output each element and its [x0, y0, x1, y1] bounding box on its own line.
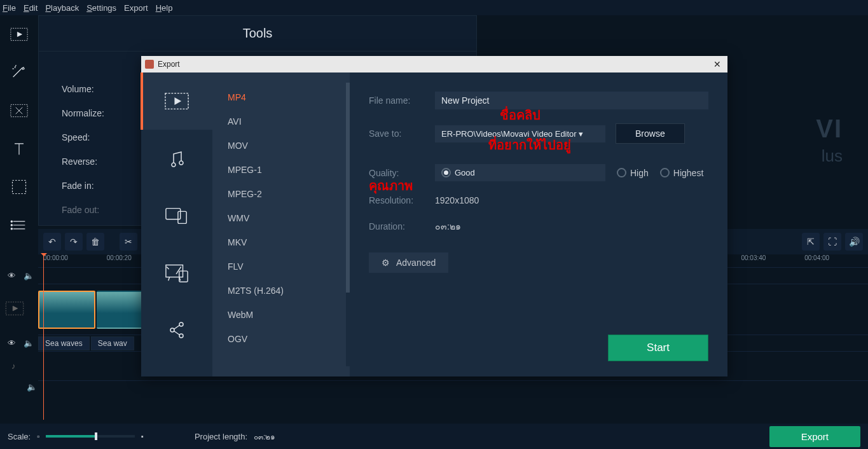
left-toolstrip — [0, 15, 38, 244]
menu-export[interactable]: Export — [124, 3, 148, 13]
menu-file[interactable]: FFileile — [3, 3, 16, 13]
svg-point-13 — [170, 328, 174, 332]
clip-1-label[interactable]: Sea waves — [38, 336, 90, 350]
category-video[interactable] — [141, 73, 212, 130]
volume-icon[interactable]: 🔊 — [845, 233, 863, 251]
speaker-icon[interactable]: 🔈 — [24, 271, 34, 280]
format-mpeg1[interactable]: MPEG-1 — [212, 158, 350, 182]
redo-button[interactable]: ↷ — [65, 233, 83, 251]
tool-media-icon[interactable] — [0, 15, 38, 53]
svg-point-12 — [179, 322, 183, 326]
delete-button[interactable]: 🗑 — [86, 233, 104, 251]
format-avi[interactable]: AVI — [212, 109, 350, 134]
duration-label: Duration: — [369, 221, 425, 231]
scale-label: Scale: — [8, 432, 31, 441]
svg-rect-2 — [13, 181, 26, 194]
duration-value: ๐๓:๒๑ — [435, 219, 461, 233]
popout-icon[interactable]: ⇱ — [802, 233, 820, 251]
fullscreen-icon[interactable]: ⛶ — [823, 233, 841, 251]
export-button[interactable]: Export — [769, 426, 860, 447]
eye-icon[interactable]: 👁 — [8, 271, 16, 280]
clip-2-label[interactable]: Sea wav — [91, 336, 134, 350]
quality-label: Quality: — [369, 168, 425, 178]
svg-point-14 — [179, 334, 183, 338]
format-list: MP4 AVI MOV MPEG-1 MPEG-2 WMV MKV FLV M2… — [212, 73, 350, 376]
quality-high-radio[interactable]: High — [617, 168, 649, 178]
undo-button[interactable]: ↶ — [43, 233, 61, 251]
preview-watermark-1: VI — [816, 114, 843, 143]
svg-rect-9 — [178, 211, 186, 223]
start-button[interactable]: Start — [608, 335, 708, 361]
saveto-label: Save to: — [369, 128, 425, 139]
close-icon[interactable]: ✕ — [711, 59, 724, 69]
dialog-title: Export — [158, 60, 180, 69]
zoom-out-icon[interactable]: ▫ — [37, 432, 39, 440]
speaker-icon[interactable]: 🔈 — [3, 382, 38, 392]
svg-point-4 — [11, 224, 12, 226]
tool-stickers-icon[interactable] — [0, 168, 38, 206]
menu-settings[interactable]: Settings — [86, 3, 116, 13]
quality-good-radio[interactable]: Good — [435, 164, 605, 181]
export-settings: File name: Save to: ER-PRO\Videos\Movavi… — [350, 73, 727, 376]
category-devices[interactable] — [141, 187, 212, 244]
dialog-titlebar[interactable]: Export ✕ — [141, 56, 727, 73]
filename-input[interactable] — [435, 92, 708, 109]
format-wmv[interactable]: WMV — [212, 206, 350, 230]
category-share[interactable] — [141, 301, 212, 359]
tool-transitions-icon[interactable] — [0, 92, 38, 130]
format-m2ts[interactable]: M2TS (H.264) — [212, 279, 350, 303]
category-column — [141, 73, 212, 376]
tools-panel-title: Tools — [39, 16, 476, 51]
gear-icon: ⚙ — [382, 258, 390, 268]
menu-bar: FFileile Edit Playback Settings Export H… — [0, 0, 868, 15]
tool-more-icon[interactable] — [0, 206, 38, 244]
export-dialog: Export ✕ MP4 AVI MOV MPEG- — [141, 56, 727, 376]
svg-point-5 — [11, 228, 12, 230]
format-mp4[interactable]: MP4 — [212, 85, 350, 109]
scale-slider[interactable] — [46, 435, 135, 438]
category-tv[interactable] — [141, 244, 212, 301]
advanced-button[interactable]: ⚙ Advanced — [369, 252, 448, 273]
category-audio[interactable] — [141, 130, 212, 187]
menu-help[interactable]: Help — [156, 3, 173, 13]
bottom-bar: Scale: ▫ ▪ Project length: ๐๓:๒๑ Export — [0, 424, 868, 449]
speaker-icon[interactable]: 🔈 — [24, 338, 34, 348]
clip-1[interactable] — [38, 291, 95, 329]
tool-titles-icon[interactable] — [0, 130, 38, 168]
tool-filters-icon[interactable] — [0, 53, 38, 92]
quality-highest-radio[interactable]: Highest — [660, 168, 703, 178]
format-mpeg2[interactable]: MPEG-2 — [212, 182, 350, 206]
menu-edit[interactable]: Edit — [24, 3, 38, 13]
browse-button[interactable]: Browse — [616, 123, 685, 144]
format-flv[interactable]: FLV — [212, 254, 350, 279]
format-webm[interactable]: WebM — [212, 303, 350, 327]
menu-playback[interactable]: Playback — [45, 3, 79, 13]
resolution-label: Resolution: — [369, 195, 425, 205]
svg-point-3 — [11, 221, 12, 222]
format-mkv[interactable]: MKV — [212, 230, 350, 254]
cut-button[interactable]: ✂ — [120, 233, 137, 251]
zoom-in-icon[interactable]: ▪ — [141, 432, 144, 440]
app-icon — [145, 60, 154, 69]
preview-watermark-2: lus — [822, 146, 843, 166]
project-length-label: Project length: — [195, 432, 247, 441]
eye-icon[interactable]: 👁 — [8, 338, 16, 348]
format-mov[interactable]: MOV — [212, 134, 350, 158]
project-length-value: ๐๓:๒๑ — [254, 431, 275, 443]
format-ogv[interactable]: OGV — [212, 327, 350, 351]
playhead[interactable] — [43, 254, 44, 420]
filename-label: File name: — [369, 95, 425, 106]
resolution-value: 1920x1080 — [435, 195, 479, 205]
saveto-select[interactable]: ER-PRO\Videos\Movavi Video Editor ▾ — [435, 125, 605, 142]
